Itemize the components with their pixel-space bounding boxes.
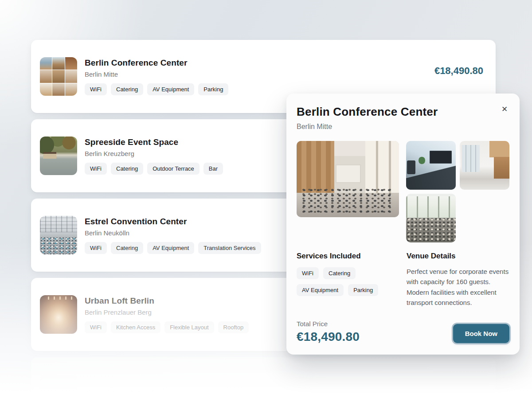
total-price-label: Total Price — [297, 320, 360, 328]
tag: WiFi — [297, 267, 319, 279]
tag: Parking — [348, 284, 378, 296]
tag: Translation Services — [198, 242, 261, 254]
gallery-photo-meeting-room — [406, 141, 456, 190]
venue-name: Berlin Conference Center — [85, 58, 427, 68]
total-price-value: €18,490.80 — [297, 330, 360, 344]
venue-location: Berlin Mitte — [85, 70, 427, 78]
venue-thumbnail-loft — [40, 295, 77, 334]
tag: WiFi — [85, 163, 107, 175]
tag: WiFi — [85, 321, 107, 333]
tag: AV Equipment — [297, 284, 344, 296]
tag: Bar — [203, 163, 223, 175]
services-tags: WiFi Catering AV Equipment Parking — [297, 267, 392, 296]
tag: Kitchen Access — [111, 321, 160, 333]
tag: Catering — [111, 83, 143, 95]
venue-thumbnail-placeholder — [40, 375, 77, 402]
tag: AV Equipment — [147, 242, 194, 254]
venue-name: Grand Hotel Berlin — [85, 389, 483, 399]
venue-price: €18,490.80 — [434, 65, 483, 77]
tag: Parking — [198, 83, 228, 95]
modal-subtitle: Berlin Mitte — [297, 123, 509, 131]
gallery-photo-conference-hall — [297, 141, 399, 217]
tag: Flexible Layout — [164, 321, 214, 333]
modal-title: Berlin Conference Center — [297, 105, 509, 119]
book-now-button[interactable]: Book Now — [453, 324, 509, 343]
close-icon[interactable]: ✕ — [498, 103, 511, 116]
tag: Catering — [111, 163, 143, 175]
tag: WiFi — [85, 242, 107, 254]
venue-thumbnail-convention-hall — [40, 216, 77, 254]
tag: AV Equipment — [147, 83, 194, 95]
gallery-photo-restaurant — [406, 194, 456, 242]
tag: Outdoor Terrace — [147, 163, 200, 175]
tag: Catering — [323, 267, 356, 279]
venue-card-grand-hotel-berlin[interactable]: Grand Hotel Berlin — [31, 357, 496, 402]
tag: Catering — [111, 242, 143, 254]
venue-thumbnail-collage — [40, 57, 77, 96]
venue-details-heading: Venue Details — [407, 252, 509, 261]
tag: Rooftop — [218, 321, 249, 333]
services-heading: Services Included — [297, 252, 407, 261]
photo-gallery — [297, 141, 509, 242]
tag: WiFi — [85, 83, 107, 95]
venue-thumbnail-riverside — [40, 137, 77, 175]
gallery-photo-lobby-reception — [460, 141, 509, 190]
venue-details-text: Perfect venue for corporate events with … — [407, 266, 509, 308]
venue-detail-modal: ✕ Berlin Conference Center Berlin Mitte — [286, 94, 520, 355]
